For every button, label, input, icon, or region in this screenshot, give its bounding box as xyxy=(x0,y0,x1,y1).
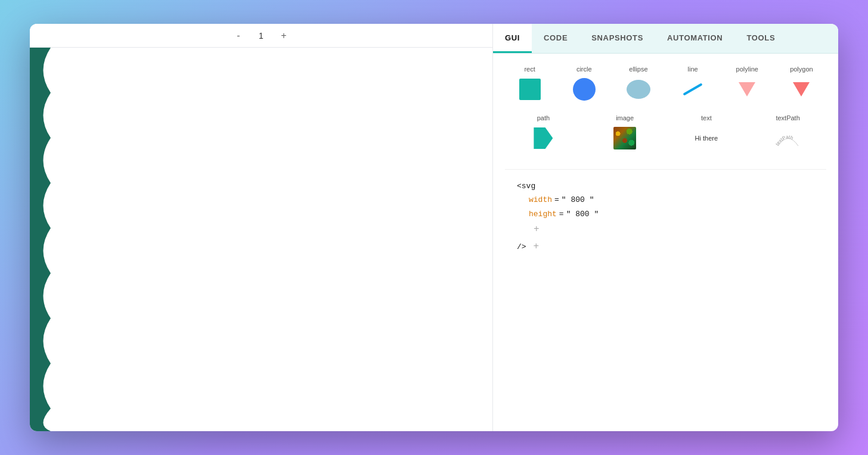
shape-preview-ellipse xyxy=(625,76,652,102)
shapes-grid-row1: rect circle ellipse xyxy=(505,66,826,102)
code-attr-height: height xyxy=(529,207,557,221)
shape-label-rect: rect xyxy=(524,66,535,73)
text-icon: Hi there xyxy=(695,135,718,142)
shape-label-path: path xyxy=(537,114,550,121)
shape-label-line: line xyxy=(688,66,698,73)
tab-automation[interactable]: AUTOMATION xyxy=(655,24,734,53)
tab-tools[interactable]: TOOLS xyxy=(734,24,787,53)
tab-gui[interactable]: GUI xyxy=(493,24,532,53)
tabs-bar: GUI CODE SNAPSHOTS AUTOMATION TOOLS xyxy=(493,24,838,54)
shape-label-polyline: polyline xyxy=(736,66,758,73)
shape-preview-polyline xyxy=(734,76,760,102)
shape-item-rect[interactable]: rect xyxy=(505,66,554,102)
add-attribute-button[interactable]: + xyxy=(534,221,540,238)
canvas-content xyxy=(30,48,492,431)
gui-content: rect circle ellipse xyxy=(493,54,838,431)
svg-text:textPath: textPath xyxy=(775,134,794,147)
shape-label-image: image xyxy=(616,114,634,121)
code-section: <svg width = " 800 " height = " 800 " + … xyxy=(505,169,826,265)
shape-item-image[interactable]: image xyxy=(587,114,664,151)
polygon-icon xyxy=(793,82,810,96)
wavy-border-decoration xyxy=(30,48,51,431)
code-close-tag: /> xyxy=(517,240,526,254)
shape-label-text: text xyxy=(701,114,712,121)
zoom-level-display: 1 xyxy=(255,31,267,40)
shape-preview-textpath: textPath xyxy=(775,125,801,151)
image-icon xyxy=(613,127,636,149)
shape-preview-text: Hi there xyxy=(693,125,720,151)
shape-preview-circle xyxy=(571,76,597,102)
ellipse-icon xyxy=(627,80,650,99)
shape-preview-image xyxy=(612,125,638,151)
shape-label-ellipse: ellipse xyxy=(629,66,647,73)
zoom-in-button[interactable]: + xyxy=(277,29,291,43)
main-container: - 1 + GUI CODE SNAPSHOTS AUTOMATION TOOL… xyxy=(30,24,838,431)
shape-preview-line xyxy=(680,76,706,102)
shape-item-textpath[interactable]: textPath textPath xyxy=(749,114,826,151)
shape-preview-path xyxy=(530,125,556,151)
code-eq-height: = xyxy=(559,207,564,221)
shape-preview-polygon xyxy=(788,76,814,102)
code-eq-width: = xyxy=(554,193,559,207)
code-line-open: <svg xyxy=(517,179,814,193)
code-line-width: width = " 800 " xyxy=(517,193,814,207)
shape-label-circle: circle xyxy=(576,66,592,73)
shape-item-ellipse[interactable]: ellipse xyxy=(613,66,663,102)
add-child-button[interactable]: + xyxy=(534,238,540,255)
textpath-icon: textPath xyxy=(775,125,801,151)
tab-snapshots[interactable]: SNAPSHOTS xyxy=(579,24,655,53)
tab-code[interactable]: CODE xyxy=(532,24,579,53)
line-icon xyxy=(683,83,702,95)
code-attr-width: width xyxy=(529,193,552,207)
rect-icon xyxy=(519,79,541,100)
shape-item-line[interactable]: line xyxy=(668,66,717,102)
shape-item-polyline[interactable]: polyline xyxy=(723,66,772,102)
code-open-tag: <svg xyxy=(517,179,535,193)
code-line-height: height = " 800 " xyxy=(517,207,814,221)
shape-label-polygon: polygon xyxy=(790,66,813,73)
path-icon xyxy=(534,127,553,149)
code-val-width: " 800 " xyxy=(562,193,594,207)
shape-label-textpath: textPath xyxy=(776,114,799,121)
canvas-toolbar: - 1 + xyxy=(30,24,492,48)
canvas-area: - 1 + xyxy=(30,24,492,431)
code-val-height: " 800 " xyxy=(566,207,599,221)
polyline-icon xyxy=(739,82,755,96)
shape-item-text[interactable]: text Hi there xyxy=(668,114,745,151)
shape-item-polygon[interactable]: polygon xyxy=(777,66,826,102)
code-line-add-attr: + xyxy=(517,221,814,238)
code-line-close: /> + xyxy=(517,238,814,255)
shape-item-circle[interactable]: circle xyxy=(559,66,609,102)
shapes-grid-row2: path image text Hi there xyxy=(505,114,826,151)
circle-icon xyxy=(573,78,596,101)
right-panel: GUI CODE SNAPSHOTS AUTOMATION TOOLS rect… xyxy=(492,24,838,431)
shape-item-path[interactable]: path xyxy=(505,114,582,151)
zoom-out-button[interactable]: - xyxy=(231,29,246,43)
shape-preview-rect xyxy=(517,76,543,102)
